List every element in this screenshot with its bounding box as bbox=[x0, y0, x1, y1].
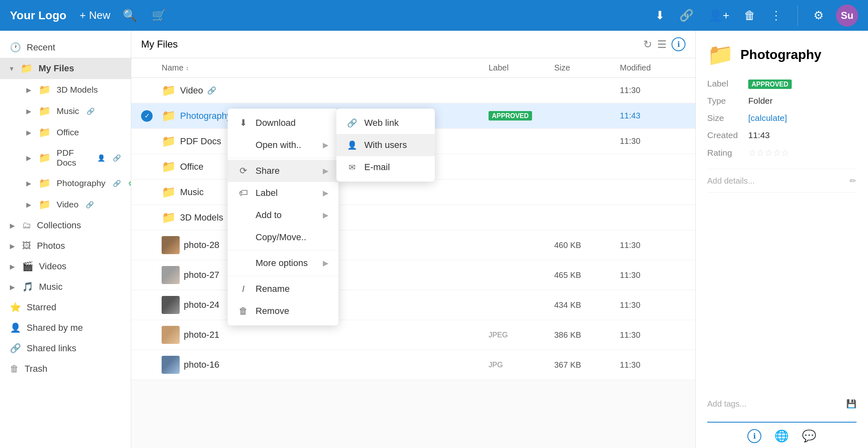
table-row[interactable]: 📁 Music bbox=[131, 180, 695, 205]
folder-thumb-photography: 📁 bbox=[162, 109, 176, 123]
sidebar-label-video: Video bbox=[57, 200, 78, 209]
context-rename-label: Rename bbox=[256, 284, 290, 294]
sidebar-item-shared-by-me[interactable]: 👤 Shared by me bbox=[0, 318, 131, 338]
label-ci-icon: 🏷 bbox=[238, 188, 249, 198]
folder-thumb-video: 📁 bbox=[162, 84, 176, 97]
col-label[interactable]: Label bbox=[489, 63, 554, 73]
remove-ci-icon: 🗑 bbox=[238, 306, 249, 316]
col-modified[interactable]: Modified bbox=[620, 63, 685, 73]
context-open-with[interactable]: Open with.. ▶ bbox=[228, 134, 338, 156]
table-row[interactable]: photo-28 460 KB 11:30 bbox=[131, 230, 695, 260]
rating-stars[interactable]: ☆☆☆☆☆ bbox=[748, 148, 789, 158]
expand-arrow-my-files: ▾ bbox=[10, 65, 13, 73]
folder-icon-photo: 📁 bbox=[39, 177, 51, 189]
sidebar-label-videos: Videos bbox=[39, 261, 66, 272]
panel-info-icon[interactable]: ℹ bbox=[747, 429, 761, 443]
context-add-to[interactable]: Add to ▶ bbox=[228, 204, 338, 226]
panel-value-label: APPROVED bbox=[748, 79, 857, 89]
expand-arrow-office: ▶ bbox=[26, 129, 31, 136]
refresh-icon[interactable]: ↻ bbox=[643, 38, 652, 51]
cart-icon[interactable]: 🛒 bbox=[149, 6, 169, 25]
context-remove[interactable]: 🗑 Remove bbox=[228, 300, 338, 322]
col-size[interactable]: Size bbox=[554, 63, 620, 73]
sidebar-item-music-nav[interactable]: ▶ 🎵 Music bbox=[0, 277, 131, 297]
expand-arrow-videos: ▶ bbox=[10, 263, 15, 271]
sidebar-item-video[interactable]: ▶ 📁 Video 🔗 bbox=[20, 194, 131, 215]
more-icon[interactable]: ⋮ bbox=[768, 6, 784, 25]
context-download[interactable]: ⬇ Download bbox=[228, 112, 338, 134]
avatar[interactable]: Su bbox=[836, 5, 858, 27]
trash-icon[interactable]: 🗑 bbox=[742, 6, 758, 25]
collections-icon: 🗂 bbox=[22, 220, 31, 231]
panel-tags: Add tags... 💾 bbox=[707, 392, 857, 415]
table-row[interactable]: 📁 Video 🔗 11:30 bbox=[131, 78, 695, 103]
expand-arrow-photos: ▶ bbox=[10, 242, 15, 250]
modified-p28: 11:30 bbox=[620, 241, 685, 250]
col-name[interactable]: Name ↕ bbox=[162, 63, 489, 73]
expand-arrow-music-nav: ▶ bbox=[10, 283, 15, 291]
link-icon[interactable]: 🔗 bbox=[677, 6, 696, 25]
tag-save-icon[interactable]: 💾 bbox=[846, 399, 857, 409]
add-tags-text[interactable]: Add tags... bbox=[707, 399, 747, 409]
add-details-text[interactable]: Add details... bbox=[707, 176, 755, 186]
context-label[interactable]: 🏷 Label ▶ bbox=[228, 182, 338, 204]
sidebar-item-photography[interactable]: ▶ 📁 Photography 🔗 🏷 bbox=[20, 173, 131, 194]
sidebar-item-3d-models[interactable]: ▶ 📁 3D Models bbox=[20, 79, 131, 100]
context-share[interactable]: ⟳ Share ▶ bbox=[228, 160, 338, 182]
folder-icon-video: 📁 bbox=[39, 199, 51, 210]
sub-web-link[interactable]: 🔗 Web link bbox=[336, 112, 435, 134]
share-ci-icon: ⟳ bbox=[238, 166, 249, 176]
panel-label-size: Size bbox=[707, 113, 748, 123]
modified-pdf: 11:30 bbox=[620, 136, 685, 146]
context-more-options-label: More options bbox=[256, 258, 308, 268]
panel-chat-icon[interactable]: 💬 bbox=[802, 429, 816, 443]
download-icon[interactable]: ⬇ bbox=[653, 6, 667, 25]
table-row[interactable]: photo-27 465 KB 11:30 bbox=[131, 260, 695, 290]
edit-icon[interactable]: ✏ bbox=[850, 176, 857, 186]
sidebar-label-photos: Photos bbox=[37, 241, 65, 251]
context-copy-move-label: Copy/Move.. bbox=[256, 232, 306, 243]
right-panel: 📁 Photography Label APPROVED Type Folder… bbox=[696, 31, 868, 448]
sub-email[interactable]: ✉ E-mail bbox=[336, 156, 435, 178]
table-row[interactable]: photo-21 JPEG 386 KB 11:30 bbox=[131, 320, 695, 350]
sidebar-item-starred[interactable]: ⭐ Starred bbox=[0, 297, 131, 318]
sidebar-item-office[interactable]: ▶ 📁 Office bbox=[20, 122, 131, 143]
sidebar-item-collections[interactable]: ▶ 🗂 Collections bbox=[0, 215, 131, 236]
sidebar-item-videos[interactable]: ▶ 🎬 Videos bbox=[0, 256, 131, 277]
panel-row-type: Type Folder bbox=[707, 96, 857, 106]
sidebar-item-photos[interactable]: ▶ 🖼 Photos bbox=[0, 236, 131, 256]
context-add-to-label: Add to bbox=[256, 210, 282, 221]
search-icon[interactable]: 🔍 bbox=[120, 6, 139, 25]
sub-with-users[interactable]: 👤 With users bbox=[336, 134, 435, 156]
size-p28: 460 KB bbox=[554, 241, 620, 250]
list-view-icon[interactable]: ☰ bbox=[657, 38, 667, 51]
new-button[interactable]: + New bbox=[80, 9, 110, 22]
context-copy-move[interactable]: Copy/Move.. bbox=[228, 226, 338, 248]
info-circle-icon[interactable]: ℹ bbox=[672, 37, 685, 51]
folder-thumb-office: 📁 bbox=[162, 160, 176, 173]
settings-icon[interactable]: ⚙ bbox=[811, 6, 826, 25]
weblink-icon: 🔗 bbox=[346, 118, 358, 128]
context-divider-2 bbox=[228, 250, 338, 250]
sidebar-item-my-files[interactable]: ▾ 📁 My Files bbox=[0, 58, 131, 79]
panel-value-size[interactable]: [calculate] bbox=[748, 113, 857, 123]
panel-globe-icon[interactable]: 🌐 bbox=[774, 429, 789, 443]
sidebar-item-music[interactable]: ▶ 📁 Music 🔗 bbox=[20, 100, 131, 122]
shared-by-me-icon: 👤 bbox=[10, 323, 21, 333]
context-more-options[interactable]: More options ▶ bbox=[228, 252, 338, 274]
context-rename[interactable]: I Rename bbox=[228, 278, 338, 300]
sidebar-label-office: Office bbox=[57, 127, 79, 137]
sidebar-item-trash[interactable]: 🗑 Trash bbox=[0, 359, 131, 379]
table-row[interactable]: 📁 3D Models bbox=[131, 205, 695, 230]
star-icon: ⭐ bbox=[10, 302, 21, 313]
size-p16: 367 KB bbox=[554, 360, 620, 370]
table-row[interactable]: photo-24 434 KB 11:30 bbox=[131, 290, 695, 320]
sidebar-label-shared-links: Shared links bbox=[27, 343, 76, 354]
add-user-icon[interactable]: 👤+ bbox=[706, 6, 732, 25]
sidebar-item-recent[interactable]: 🕐 Recent bbox=[0, 37, 131, 58]
sidebar-item-pdf-docs[interactable]: ▶ 📁 PDF Docs 👤 🔗 bbox=[20, 143, 131, 173]
photo-thumb-27 bbox=[162, 266, 180, 284]
panel-row-created: Created 11:43 bbox=[707, 130, 857, 140]
table-row[interactable]: photo-16 JPG 367 KB 11:30 bbox=[131, 350, 695, 380]
sidebar-item-shared-links[interactable]: 🔗 Shared links bbox=[0, 338, 131, 359]
